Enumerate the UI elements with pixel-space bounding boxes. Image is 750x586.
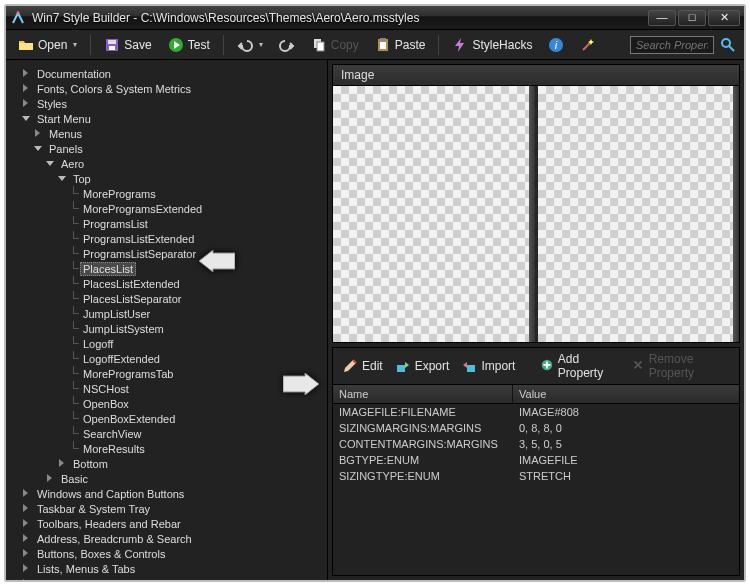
paste-button[interactable]: Paste	[369, 35, 432, 55]
tree-item-placeslist[interactable]: PlacesList	[8, 261, 327, 276]
tree-label: LogoffExtended	[80, 353, 163, 365]
expand-icon[interactable]	[20, 503, 32, 515]
tree-item-aero[interactable]: Aero	[8, 156, 327, 171]
tree-label: ProgramsListExtended	[80, 233, 197, 245]
redo-button[interactable]	[273, 35, 301, 55]
expand-icon[interactable]	[20, 488, 32, 500]
tree-item-programslistextended[interactable]: ProgramsListExtended	[8, 231, 327, 246]
info-button[interactable]: i	[542, 35, 570, 55]
tree-label: ProgramsListSeparator	[80, 248, 199, 260]
expand-icon[interactable]	[20, 548, 32, 560]
tree-item[interactable]: Toolbars, Headers and Rebar	[8, 516, 327, 531]
property-row[interactable]: IMAGEFILE:FILENAMEIMAGE#808	[333, 404, 739, 420]
property-row[interactable]: SIZINGMARGINS:MARGINS0, 8, 8, 0	[333, 420, 739, 436]
tree-item[interactable]: Taskbar & System Tray	[8, 501, 327, 516]
save-button[interactable]: Save	[98, 35, 157, 55]
tree-item-moreprogramsextended[interactable]: MoreProgramsExtended	[8, 201, 327, 216]
tree-item[interactable]: Styles	[8, 96, 327, 111]
tree-item-programslist[interactable]: ProgramsList	[8, 216, 327, 231]
tree-item[interactable]: Address, Breadcrumb & Search	[8, 531, 327, 546]
paste-icon	[375, 37, 391, 53]
property-row[interactable]: BGTYPE:ENUMIMAGEFILE	[333, 452, 739, 468]
export-icon	[395, 358, 411, 374]
expand-icon[interactable]	[20, 563, 32, 575]
tree-item-openbox[interactable]: OpenBox	[8, 396, 327, 411]
property-row[interactable]: CONTENTMARGINS:MARGINS3, 5, 0, 5	[333, 436, 739, 452]
collapse-icon[interactable]	[56, 173, 68, 185]
import-button[interactable]: Import	[456, 356, 520, 376]
tree-item[interactable]: Explorer & Shell	[8, 576, 327, 580]
tree-item-logoff[interactable]: Logoff	[8, 336, 327, 351]
tree-pane[interactable]: DocumentationFonts, Colors & System Metr…	[6, 60, 328, 580]
close-button[interactable]: ✕	[708, 10, 740, 26]
search-go-button[interactable]	[718, 35, 738, 55]
tree-item-placeslistextended[interactable]: PlacesListExtended	[8, 276, 327, 291]
tree-item[interactable]: Fonts, Colors & System Metrics	[8, 81, 327, 96]
tree-label: OpenBoxExtended	[80, 413, 178, 425]
add-property-button[interactable]: Add Property	[535, 350, 624, 382]
property-row[interactable]: SIZINGTYPE:ENUMSTRETCH	[333, 468, 739, 484]
image-preview[interactable]: 9 x 373px	[333, 86, 739, 342]
search-input[interactable]	[630, 36, 714, 54]
tree-item-jumplistsystem[interactable]: JumpListSystem	[8, 321, 327, 336]
tree-item-nschost[interactable]: NSCHost	[8, 381, 327, 396]
tree-item-openboxextended[interactable]: OpenBoxExtended	[8, 411, 327, 426]
collapse-icon[interactable]	[20, 113, 32, 125]
expand-icon[interactable]	[20, 83, 32, 95]
tree-item-moreprograms[interactable]: MorePrograms	[8, 186, 327, 201]
collapse-icon[interactable]	[44, 158, 56, 170]
tree-item-basic[interactable]: Basic	[8, 471, 327, 486]
col-name[interactable]: Name	[333, 385, 513, 403]
tree-item-top[interactable]: Top	[8, 171, 327, 186]
export-button[interactable]: Export	[390, 356, 455, 376]
body: DocumentationFonts, Colors & System Metr…	[6, 60, 744, 580]
test-button[interactable]: Test	[162, 35, 216, 55]
titlebar[interactable]: Win7 Style Builder - C:\Windows\Resource…	[6, 6, 744, 30]
tree-item-moreprogramstab[interactable]: MoreProgramsTab	[8, 366, 327, 381]
tree-item[interactable]: Documentation	[8, 66, 327, 81]
tree-item-moreresults[interactable]: MoreResults	[8, 441, 327, 456]
wand-button[interactable]	[574, 35, 602, 55]
expand-icon[interactable]	[44, 473, 56, 485]
tree-item-programslistseparator[interactable]: ProgramsListSeparator	[8, 246, 327, 261]
properties-columns[interactable]: Name Value	[333, 385, 739, 404]
expand-icon[interactable]	[32, 128, 44, 140]
tree-label: OpenBox	[80, 398, 132, 410]
copy-icon	[311, 37, 327, 53]
properties-list[interactable]: IMAGEFILE:FILENAMEIMAGE#808SIZINGMARGINS…	[333, 404, 739, 575]
col-value[interactable]: Value	[513, 385, 739, 403]
tree-label: PlacesListExtended	[80, 278, 183, 290]
app-icon	[10, 10, 26, 26]
tree-label: PlacesListSeparator	[80, 293, 184, 305]
tree-item-placeslistseparator[interactable]: PlacesListSeparator	[8, 291, 327, 306]
tree-item-jumplistuser[interactable]: JumpListUser	[8, 306, 327, 321]
edit-button[interactable]: Edit	[337, 356, 388, 376]
expand-icon[interactable]	[20, 518, 32, 530]
open-button[interactable]: Open▾	[12, 35, 83, 55]
tree-item[interactable]: Windows and Caption Buttons	[8, 486, 327, 501]
tree-item-bottom[interactable]: Bottom	[8, 456, 327, 471]
stylehacks-button[interactable]: StyleHacks	[446, 35, 538, 55]
minimize-button[interactable]: —	[648, 10, 676, 26]
expand-icon[interactable]	[20, 533, 32, 545]
tree-item[interactable]: Lists, Menus & Tabs	[8, 561, 327, 576]
tree-item[interactable]: Buttons, Boxes & Controls	[8, 546, 327, 561]
tree-label: Bottom	[70, 458, 111, 470]
svg-rect-8	[380, 38, 386, 41]
maximize-button[interactable]: □	[678, 10, 706, 26]
tree-item-panels[interactable]: Panels	[8, 141, 327, 156]
image-preview-normal	[333, 86, 535, 342]
tree-item-startmenu[interactable]: Start Menu	[8, 111, 327, 126]
copy-button[interactable]: Copy	[305, 35, 365, 55]
tree-item-logoffextended[interactable]: LogoffExtended	[8, 351, 327, 366]
expand-icon[interactable]	[56, 458, 68, 470]
undo-button[interactable]: ▾	[231, 35, 269, 55]
tree-label: Menus	[46, 128, 85, 140]
expand-icon[interactable]	[20, 68, 32, 80]
tree-item-menus[interactable]: Menus	[8, 126, 327, 141]
expand-icon[interactable]	[20, 578, 32, 581]
tree-label: Lists, Menus & Tabs	[34, 563, 138, 575]
expand-icon[interactable]	[20, 98, 32, 110]
collapse-icon[interactable]	[32, 143, 44, 155]
tree-item-searchview[interactable]: SearchView	[8, 426, 327, 441]
